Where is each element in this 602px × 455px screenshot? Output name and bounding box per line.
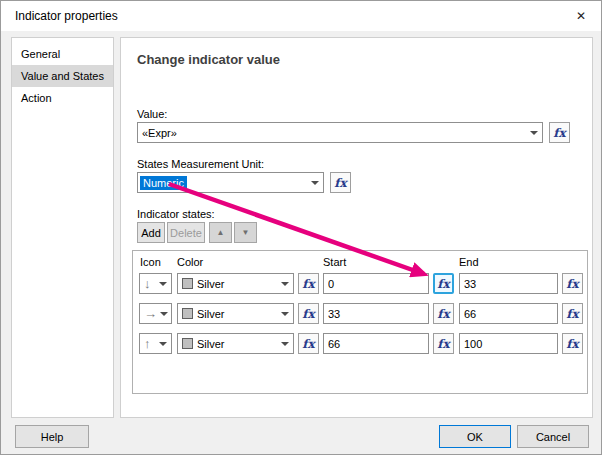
delete-state-button[interactable]: Delete	[167, 222, 205, 243]
start-value-input[interactable]	[323, 333, 429, 354]
chevron-down-icon	[155, 274, 171, 293]
close-icon[interactable]: ✕	[571, 7, 591, 25]
ok-button[interactable]: OK	[439, 425, 511, 448]
end-fx-button[interactable]: fx	[562, 303, 583, 324]
color-name: Silver	[197, 338, 225, 350]
cancel-button[interactable]: Cancel	[517, 425, 589, 448]
chevron-down-icon	[307, 173, 323, 192]
indicator-states-label: Indicator states:	[137, 208, 215, 220]
unit-expression-fx-button[interactable]: fx	[330, 172, 351, 193]
end-value-input[interactable]	[459, 333, 558, 354]
chevron-down-icon	[277, 274, 293, 293]
table-row: → Silver fx fx fx	[133, 303, 587, 324]
end-value-input[interactable]	[459, 303, 558, 324]
color-fx-button[interactable]: fx	[298, 303, 319, 324]
unit-label: States Measurement Unit:	[137, 158, 264, 170]
sidebar: General Value and States Action	[11, 37, 114, 418]
color-name: Silver	[197, 278, 225, 290]
dialog-title: Indicator properties	[15, 9, 118, 23]
start-fx-button[interactable]: fx	[433, 333, 454, 354]
value-combobox-text: «Expr»	[142, 127, 177, 139]
color-swatch-silver	[182, 308, 193, 319]
main-panel: Change indicator value Value: «Expr» fx …	[120, 37, 593, 418]
column-header-icon: Icon	[140, 256, 161, 268]
icon-dropdown[interactable]: →	[139, 303, 172, 324]
color-fx-button[interactable]: fx	[298, 273, 319, 294]
sidebar-item-action[interactable]: Action	[12, 87, 113, 109]
column-header-color: Color	[177, 256, 203, 268]
start-value-input[interactable]	[323, 303, 429, 324]
value-label: Value:	[137, 108, 167, 120]
color-dropdown[interactable]: Silver	[177, 273, 294, 294]
up-arrow-icon: ↑	[144, 337, 151, 350]
column-header-end: End	[459, 256, 479, 268]
indicator-properties-dialog: Indicator properties ✕ General Value and…	[0, 0, 602, 455]
chevron-down-icon	[277, 304, 293, 323]
chevron-down-icon	[155, 334, 171, 353]
value-combobox[interactable]: «Expr»	[137, 122, 543, 143]
down-arrow-icon: ↓	[144, 277, 151, 290]
table-row: ↓ Silver fx fx fx	[133, 273, 587, 294]
color-swatch-silver	[182, 338, 193, 349]
color-dropdown[interactable]: Silver	[177, 303, 294, 324]
table-row: ↑ Silver fx fx fx	[133, 333, 587, 354]
icon-dropdown[interactable]: ↑	[139, 333, 172, 354]
color-swatch-silver	[182, 278, 193, 289]
start-value-input[interactable]	[323, 273, 429, 294]
end-value-input[interactable]	[459, 273, 558, 294]
right-arrow-icon: →	[144, 307, 157, 320]
indicator-states-table: Icon Color Start End ↓ Silver fx fx	[132, 250, 588, 394]
unit-combobox-selected-text: Numeric	[140, 176, 187, 190]
titlebar: Indicator properties ✕	[1, 1, 601, 31]
color-fx-button[interactable]: fx	[298, 333, 319, 354]
color-dropdown[interactable]: Silver	[177, 333, 294, 354]
move-up-icon[interactable]: ▲	[209, 222, 232, 243]
move-down-icon[interactable]: ▼	[234, 222, 257, 243]
chevron-down-icon	[277, 334, 293, 353]
column-header-start: Start	[323, 256, 346, 268]
end-fx-button[interactable]: fx	[562, 333, 583, 354]
start-fx-button[interactable]: fx	[433, 273, 454, 294]
sidebar-item-value-and-states[interactable]: Value and States	[12, 65, 113, 87]
page-title: Change indicator value	[137, 52, 280, 67]
unit-combobox[interactable]: Numeric	[137, 172, 324, 193]
start-fx-button[interactable]: fx	[433, 303, 454, 324]
color-name: Silver	[197, 308, 225, 320]
chevron-down-icon	[157, 304, 171, 323]
chevron-down-icon	[526, 123, 542, 142]
icon-dropdown[interactable]: ↓	[139, 273, 172, 294]
value-expression-fx-button[interactable]: fx	[549, 122, 570, 143]
sidebar-item-general[interactable]: General	[12, 43, 113, 65]
help-button[interactable]: Help	[15, 425, 89, 448]
end-fx-button[interactable]: fx	[562, 273, 583, 294]
add-state-button[interactable]: Add	[137, 222, 165, 243]
